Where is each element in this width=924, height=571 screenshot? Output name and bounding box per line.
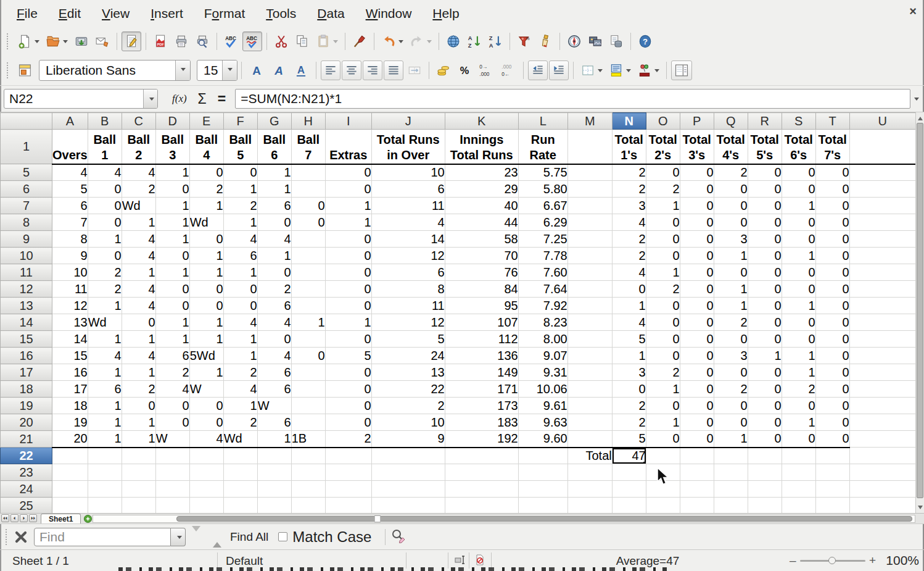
cell-b22[interactable] [88, 448, 122, 464]
cell-h18[interactable] [291, 381, 325, 398]
cell-o5[interactable]: 0 [646, 164, 680, 181]
cell-e24[interactable] [189, 481, 223, 498]
cell-p24[interactable] [680, 481, 714, 498]
row-header-16[interactable]: 16 [1, 348, 52, 364]
cell-m23[interactable] [567, 464, 612, 481]
cell-n7[interactable]: 3 [612, 198, 646, 214]
cell-m12[interactable] [567, 281, 612, 298]
cell-f5[interactable]: 0 [223, 164, 257, 181]
menu-tools[interactable]: Tools [255, 4, 307, 23]
cell-l17[interactable]: 9.31 [518, 364, 567, 381]
row-header-12[interactable]: 12 [1, 281, 52, 298]
column-header-u[interactable]: U [849, 113, 915, 130]
cell-o14[interactable]: 0 [646, 314, 680, 331]
cell-r22[interactable] [748, 448, 782, 464]
cell-b23[interactable] [88, 464, 122, 481]
cell-k24[interactable] [445, 481, 518, 498]
cell-t10[interactable]: 0 [815, 248, 849, 264]
cell-k10[interactable]: 70 [445, 248, 518, 264]
cell-d18[interactable]: 4 [155, 381, 189, 398]
delete-decimal-icon[interactable]: .0000← [498, 60, 519, 80]
cell-o15[interactable]: 0 [646, 331, 680, 348]
cell-s23[interactable] [782, 464, 815, 481]
cell-u13[interactable] [849, 298, 915, 314]
cell-s7[interactable]: 1 [782, 198, 815, 214]
cell-r13[interactable]: 0 [748, 298, 782, 314]
cell-p20[interactable]: 0 [680, 414, 714, 431]
cell-h19[interactable] [291, 398, 325, 414]
column-header-d[interactable]: D [155, 113, 189, 130]
cell-b7[interactable]: 0 [88, 198, 122, 214]
cell-k13[interactable]: 95 [445, 298, 518, 314]
cell-l5[interactable]: 5.75 [518, 164, 567, 181]
cell-d17[interactable]: 2 [155, 364, 189, 381]
cell-m16[interactable] [567, 348, 612, 364]
row-header-1[interactable]: 1 [1, 130, 52, 164]
cell-f9[interactable]: 4 [223, 231, 257, 248]
menu-file[interactable]: File [6, 4, 48, 23]
row-header-15[interactable]: 15 [1, 331, 52, 348]
cell-b15[interactable]: 1 [88, 331, 122, 348]
cell-g13[interactable]: 6 [257, 298, 291, 314]
vertical-scrollbar-thumb[interactable] [917, 123, 923, 498]
cell-b19[interactable]: 1 [88, 398, 122, 414]
cell-p22[interactable] [680, 448, 714, 464]
cell-g10[interactable]: 1 [257, 248, 291, 264]
cell-l10[interactable]: 7.78 [518, 248, 567, 264]
cell-k16[interactable]: 136 [445, 348, 518, 364]
cell-n8[interactable]: 4 [612, 214, 646, 231]
cell-d9[interactable]: 1 [155, 231, 189, 248]
align-center-icon[interactable] [342, 60, 361, 80]
cell-a9[interactable]: 8 [52, 231, 88, 248]
header-cell-a1[interactable]: Overs [52, 130, 88, 164]
cell-h7[interactable]: 0 [291, 198, 325, 214]
function-wizard-icon[interactable]: f(x) [167, 93, 192, 105]
cell-d14[interactable]: 1 [155, 314, 189, 331]
cell-c8[interactable]: 1 [122, 214, 155, 231]
cell-q17[interactable]: 0 [714, 364, 748, 381]
column-header-l[interactable]: L [518, 113, 567, 130]
spelling-icon[interactable]: ABC [221, 31, 241, 51]
cell-u12[interactable] [849, 281, 915, 298]
cell-b8[interactable]: 0 [88, 214, 122, 231]
cell-l7[interactable]: 6.67 [518, 198, 567, 214]
cell-n22[interactable]: 47 [612, 448, 646, 464]
cell-a16[interactable]: 15 [52, 348, 88, 364]
horizontal-scrollbar[interactable] [93, 515, 915, 523]
decrease-indent-icon[interactable] [528, 60, 548, 80]
column-header-e[interactable]: E [189, 113, 223, 130]
cell-c17[interactable]: 1 [122, 364, 155, 381]
cell-e8[interactable]: Wd [189, 214, 223, 231]
cell-j22[interactable] [371, 448, 445, 464]
cell-n12[interactable]: 0 [612, 281, 646, 298]
cell-a6[interactable]: 5 [52, 181, 88, 198]
cell-n5[interactable]: 2 [612, 164, 646, 181]
cell-d12[interactable]: 0 [155, 281, 189, 298]
cell-n20[interactable]: 2 [612, 414, 646, 431]
cell-q25[interactable] [714, 498, 748, 514]
cell-l13[interactable]: 7.92 [518, 298, 567, 314]
cell-b13[interactable]: 1 [88, 298, 122, 314]
new-document-dropdown-icon[interactable] [35, 40, 39, 46]
row-header-8[interactable]: 8 [1, 214, 52, 231]
cell-s24[interactable] [782, 481, 815, 498]
cell-r24[interactable] [748, 481, 782, 498]
cell-t11[interactable]: 0 [815, 264, 849, 281]
cell-j15[interactable]: 5 [371, 331, 445, 348]
header-cell-e1[interactable]: Ball4 [189, 130, 223, 164]
cell-n15[interactable]: 5 [612, 331, 646, 348]
find-history-dropdown-icon[interactable] [171, 528, 186, 546]
window-close-icon[interactable]: × [909, 5, 917, 17]
cell-r14[interactable]: 0 [748, 314, 782, 331]
cell-q9[interactable]: 3 [714, 231, 748, 248]
cell-m15[interactable] [567, 331, 612, 348]
cell-p13[interactable]: 0 [680, 298, 714, 314]
cell-a12[interactable]: 11 [52, 281, 88, 298]
cell-q11[interactable]: 0 [714, 264, 748, 281]
cell-u9[interactable] [849, 231, 915, 248]
cell-e11[interactable]: 1 [189, 264, 223, 281]
cell-s8[interactable]: 0 [782, 214, 815, 231]
cell-l23[interactable] [518, 464, 567, 481]
font-color-icon[interactable] [635, 60, 662, 80]
cell-i21[interactable]: 2 [325, 431, 371, 448]
